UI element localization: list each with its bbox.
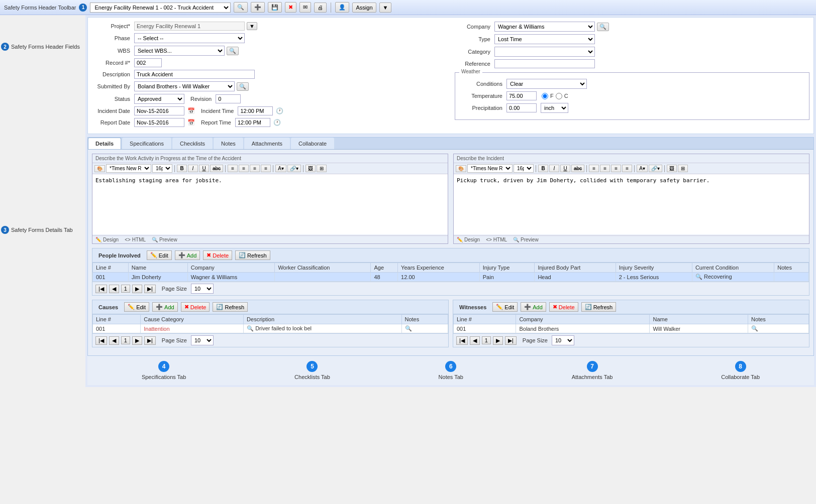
temperature-input[interactable] bbox=[506, 91, 537, 100]
incident-time-input[interactable] bbox=[238, 106, 273, 115]
tab-collaborate[interactable]: Collaborate bbox=[291, 138, 334, 149]
people-delete-btn[interactable]: ✖ Delete bbox=[203, 250, 232, 260]
describe-incident-textarea[interactable]: Pickup truck, driven by Jim Doherty, col… bbox=[454, 174, 809, 234]
wa-bold-btn[interactable]: B bbox=[177, 165, 187, 172]
di-align-justify-btn[interactable]: ≡ bbox=[622, 165, 632, 172]
wa-font-menu-btn[interactable]: 🎨 bbox=[94, 165, 105, 172]
causes-delete-btn[interactable]: ✖ Delete bbox=[181, 302, 210, 312]
toolbar-email-btn[interactable]: ✉ bbox=[299, 2, 311, 13]
wa-font-select[interactable]: *Times New R... bbox=[106, 164, 151, 173]
witnesses-delete-btn[interactable]: ✖ Delete bbox=[549, 302, 578, 312]
tab-checklists[interactable]: Checklists bbox=[172, 138, 213, 149]
causes-page-1[interactable]: 1 bbox=[121, 336, 130, 344]
people-refresh-btn[interactable]: 🔄 Refresh bbox=[235, 250, 270, 260]
work-activity-textarea[interactable]: Establishing staging area for jobsite. bbox=[92, 174, 448, 234]
conditions-select[interactable]: Clear bbox=[506, 79, 587, 89]
wa-image-btn[interactable]: 🖼 bbox=[305, 165, 316, 172]
wa-align-right-btn[interactable]: ≡ bbox=[250, 165, 260, 172]
toolbar-user-btn[interactable]: 👤 bbox=[335, 2, 349, 13]
people-edit-btn[interactable]: ✏️ Edit bbox=[147, 250, 172, 260]
pi-page-last[interactable]: ▶| bbox=[144, 285, 156, 293]
wbs-search-btn[interactable]: 🔍 bbox=[227, 47, 239, 55]
toolbar-add-btn[interactable]: ➕ bbox=[251, 2, 265, 13]
wa-table-btn[interactable]: ⊞ bbox=[317, 165, 327, 172]
wa-align-justify-btn[interactable]: ≡ bbox=[261, 165, 271, 172]
di-strikethrough-btn[interactable]: abc bbox=[571, 165, 584, 172]
toolbar-assign-btn[interactable]: Assign bbox=[352, 3, 376, 13]
witnesses-refresh-btn[interactable]: 🔄 Refresh bbox=[581, 302, 617, 312]
toolbar-form-select[interactable]: Energy Facility Renewal 1 - 002 - Truck … bbox=[90, 3, 231, 13]
witnesses-add-btn[interactable]: ➕ Add bbox=[521, 302, 546, 312]
incident-date-calendar-icon[interactable]: 📅 bbox=[187, 107, 195, 114]
table-row[interactable]: 001 Inattention 🔍 Driver failed to look … bbox=[93, 324, 448, 333]
project-input[interactable] bbox=[134, 22, 245, 31]
report-time-clock-icon[interactable]: 🕐 bbox=[273, 119, 281, 126]
temp-c-radio[interactable] bbox=[556, 93, 562, 99]
di-image-btn[interactable]: 🖼 bbox=[667, 165, 677, 172]
description-input[interactable] bbox=[134, 70, 255, 79]
di-align-center-btn[interactable]: ≡ bbox=[600, 165, 610, 172]
witnesses-page-size-select[interactable]: 10 bbox=[552, 335, 574, 345]
tab-specifications[interactable]: Specifications bbox=[122, 138, 171, 149]
causes-add-btn[interactable]: ➕ Add bbox=[152, 302, 178, 312]
toolbar-delete-btn[interactable]: ✖ bbox=[285, 2, 296, 13]
causes-page-prev[interactable]: ◀ bbox=[109, 336, 119, 345]
people-add-btn[interactable]: ➕ Add bbox=[175, 250, 200, 260]
di-bold-btn[interactable]: B bbox=[538, 165, 548, 172]
wa-design-btn[interactable]: ✏️ Design bbox=[95, 237, 119, 242]
witnesses-page-first[interactable]: |◀ bbox=[456, 336, 468, 345]
table-row[interactable]: 001 Boland Brothers Will Walker 🔍 bbox=[454, 324, 809, 333]
wa-strikethrough-btn[interactable]: abc bbox=[210, 165, 223, 172]
phase-select[interactable]: -- Select -- bbox=[134, 33, 245, 43]
wa-align-left-btn[interactable]: ≡ bbox=[228, 165, 238, 172]
wa-align-center-btn[interactable]: ≡ bbox=[239, 165, 249, 172]
type-select[interactable]: Lost Time bbox=[494, 34, 595, 44]
record-input[interactable] bbox=[134, 58, 162, 67]
di-preview-btn[interactable]: 🔍 Preview bbox=[513, 237, 539, 242]
di-html-btn[interactable]: <> HTML bbox=[486, 237, 507, 242]
di-design-btn[interactable]: ✏️ Design bbox=[457, 237, 480, 242]
pi-page-next[interactable]: ▶ bbox=[132, 285, 142, 293]
wa-size-select[interactable]: 16px bbox=[152, 164, 172, 173]
di-size-select[interactable]: 16px bbox=[514, 164, 534, 173]
wa-color-btn[interactable]: A▾ bbox=[275, 165, 286, 172]
precipitation-unit-select[interactable]: inch bbox=[541, 103, 568, 113]
witnesses-page-prev[interactable]: ◀ bbox=[470, 336, 480, 345]
wa-preview-btn[interactable]: 🔍 Preview bbox=[152, 237, 177, 242]
report-date-input[interactable] bbox=[134, 118, 184, 127]
di-align-right-btn[interactable]: ≡ bbox=[611, 165, 621, 172]
incident-time-clock-icon[interactable]: 🕐 bbox=[276, 107, 283, 114]
wa-italic-btn[interactable]: I bbox=[188, 165, 198, 172]
wa-underline-btn[interactable]: U bbox=[199, 165, 209, 172]
di-italic-btn[interactable]: I bbox=[549, 165, 559, 172]
pi-page-1[interactable]: 1 bbox=[121, 285, 130, 293]
witnesses-page-1[interactable]: 1 bbox=[482, 336, 491, 344]
tab-attachments[interactable]: Attachments bbox=[244, 138, 290, 149]
revision-input[interactable] bbox=[216, 94, 241, 103]
witnesses-page-next[interactable]: ▶ bbox=[493, 336, 503, 345]
causes-edit-btn[interactable]: ✏️ Edit bbox=[124, 302, 149, 312]
di-table-btn[interactable]: ⊞ bbox=[678, 165, 688, 172]
di-link-btn[interactable]: 🔗▾ bbox=[649, 165, 662, 172]
company-search-btn[interactable]: 🔍 bbox=[597, 23, 609, 31]
pi-page-first[interactable]: |◀ bbox=[95, 285, 107, 293]
di-font-select[interactable]: *Times New R... bbox=[467, 164, 513, 173]
causes-page-size-select[interactable]: 10 bbox=[191, 335, 214, 345]
tab-details[interactable]: Details bbox=[88, 138, 121, 149]
witnesses-edit-btn[interactable]: ✏️ Edit bbox=[492, 302, 518, 312]
table-row[interactable]: 001 Jim Doherty Wagner & Williams 48 12.… bbox=[93, 273, 809, 282]
wa-link-btn[interactable]: 🔗▾ bbox=[287, 165, 301, 172]
toolbar-assign-dropdown[interactable]: ▼ bbox=[379, 3, 392, 13]
submitted-by-select[interactable]: Boland Brothers - Will Walker bbox=[134, 81, 235, 91]
di-align-left-btn[interactable]: ≡ bbox=[589, 165, 599, 172]
wbs-select[interactable]: Select WBS... bbox=[134, 46, 225, 56]
project-dropdown[interactable]: ▼ bbox=[247, 22, 257, 30]
company-select[interactable]: Wagner & Williams bbox=[494, 22, 595, 32]
status-select[interactable]: Approved bbox=[134, 94, 184, 104]
causes-page-next[interactable]: ▶ bbox=[132, 336, 142, 345]
submitted-by-search[interactable]: 🔍 bbox=[237, 82, 249, 91]
wa-html-btn[interactable]: <> HTML bbox=[125, 237, 146, 242]
reference-input[interactable] bbox=[494, 59, 595, 68]
causes-page-last[interactable]: ▶| bbox=[144, 336, 156, 345]
causes-refresh-btn[interactable]: 🔄 Refresh bbox=[213, 302, 248, 312]
